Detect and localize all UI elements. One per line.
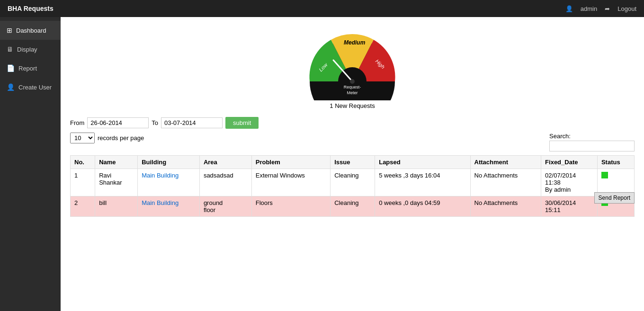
cell-lapsed: 0 weeks ,0 days 04:59 xyxy=(375,196,470,217)
app-title: BHA Requests xyxy=(8,5,54,12)
cell-area: sadsadsad xyxy=(199,169,251,196)
col-fixed-date: Fixed_Date xyxy=(541,156,598,169)
table-header-row: No. Name Building Area Problem Issue Lap… xyxy=(71,156,635,169)
cell-area: ground floor xyxy=(199,196,251,217)
navbar-right: 👤 admin ➦ Logout xyxy=(565,5,636,12)
create-user-icon: 👤 xyxy=(7,83,15,91)
col-building: Building xyxy=(138,156,200,169)
cell-name: bill xyxy=(95,196,138,217)
svg-point-3 xyxy=(350,79,355,84)
logout-button[interactable]: Logout xyxy=(617,5,636,12)
layout: ⊞ Dashboard 🖥 Display 📄 Report 👤 Create … xyxy=(0,17,644,311)
logout-icon: ➦ xyxy=(605,5,610,12)
send-report-button[interactable]: Send Report xyxy=(594,192,635,204)
to-label: To xyxy=(152,119,158,126)
filter-row: From To submit xyxy=(70,117,635,129)
cell-building: Main Building xyxy=(138,196,200,217)
new-requests-label: 1 New Requests xyxy=(330,102,375,109)
svg-text:Meter: Meter xyxy=(347,90,358,95)
from-date-input[interactable] xyxy=(87,117,149,128)
cell-lapsed: 5 weeks ,3 days 16:04 xyxy=(375,169,470,196)
table-row: 2billMain Buildingground floorFloorsClea… xyxy=(71,196,635,217)
main-content: Low Medium High Request- Meter 1 New Req… xyxy=(61,17,644,311)
sidebar-item-dashboard[interactable]: ⊞ Dashboard xyxy=(0,21,61,40)
search-area: Search: xyxy=(549,133,635,151)
gauge-area: Low Medium High Request- Meter 1 New Req… xyxy=(70,25,635,109)
cell-no: 1 xyxy=(71,169,95,196)
cell-problem: External Windows xyxy=(251,169,330,196)
building-link[interactable]: Main Building xyxy=(142,199,179,206)
sidebar: ⊞ Dashboard 🖥 Display 📄 Report 👤 Create … xyxy=(0,17,61,311)
from-label: From xyxy=(70,119,84,126)
dashboard-icon: ⊞ xyxy=(7,27,12,34)
col-lapsed: Lapsed xyxy=(375,156,470,169)
status-indicator xyxy=(601,172,608,178)
svg-text:Request-: Request- xyxy=(344,85,361,89)
gauge-container: Low Medium High Request- Meter xyxy=(305,25,400,100)
data-table: No. Name Building Area Problem Issue Lap… xyxy=(70,155,635,217)
table-row: 1Ravi ShankarMain BuildingsadsadsadExter… xyxy=(71,169,635,196)
cell-attachment: No Attachments xyxy=(470,196,541,217)
cell-fixed-date: 02/07/2014 11:38 By admin xyxy=(541,169,598,196)
cell-issue: Cleaning xyxy=(331,169,375,196)
col-issue: Issue xyxy=(331,156,375,169)
sidebar-item-create-user[interactable]: 👤 Create User xyxy=(0,78,61,97)
gauge-svg: Low Medium High Request- Meter xyxy=(305,25,400,100)
col-area: Area xyxy=(199,156,251,169)
to-date-input[interactable] xyxy=(161,117,223,128)
sidebar-item-report-label: Report xyxy=(18,65,37,72)
report-icon: 📄 xyxy=(7,64,15,72)
col-problem: Problem xyxy=(251,156,330,169)
cell-problem: Floors xyxy=(251,196,330,217)
svg-text:Medium: Medium xyxy=(344,39,366,46)
sidebar-item-display[interactable]: 🖥 Display xyxy=(0,40,61,59)
username: admin xyxy=(581,5,597,12)
sidebar-item-display-label: Display xyxy=(17,46,37,53)
submit-button[interactable]: submit xyxy=(225,117,259,129)
records-per-page-label: records per page xyxy=(98,134,144,142)
navbar: BHA Requests 👤 admin ➦ Logout xyxy=(0,0,644,17)
sidebar-item-create-user-label: Create User xyxy=(18,84,52,91)
user-icon: 👤 xyxy=(565,5,573,12)
sidebar-item-dashboard-label: Dashboard xyxy=(16,27,46,34)
sidebar-item-report[interactable]: 📄 Report xyxy=(0,59,61,78)
col-status: Status xyxy=(597,156,634,169)
search-label: Search: xyxy=(549,133,635,140)
cell-building: Main Building xyxy=(138,169,200,196)
col-name: Name xyxy=(95,156,138,169)
records-row: 10 25 50 100 records per page xyxy=(70,133,144,143)
building-link[interactable]: Main Building xyxy=(142,172,179,179)
records-per-page-select[interactable]: 10 25 50 100 xyxy=(70,133,95,143)
cell-fixed-date: 30/06/2014 15:11 xyxy=(541,196,598,217)
col-no: No. xyxy=(71,156,95,169)
cell-issue: Cleaning xyxy=(331,196,375,217)
col-attachment: Attachment xyxy=(470,156,541,169)
cell-no: 2 xyxy=(71,196,95,217)
cell-name: Ravi Shankar xyxy=(95,169,138,196)
cell-attachment: No Attachments xyxy=(470,169,541,196)
display-icon: 🖥 xyxy=(7,45,13,53)
search-input[interactable] xyxy=(549,141,635,151)
